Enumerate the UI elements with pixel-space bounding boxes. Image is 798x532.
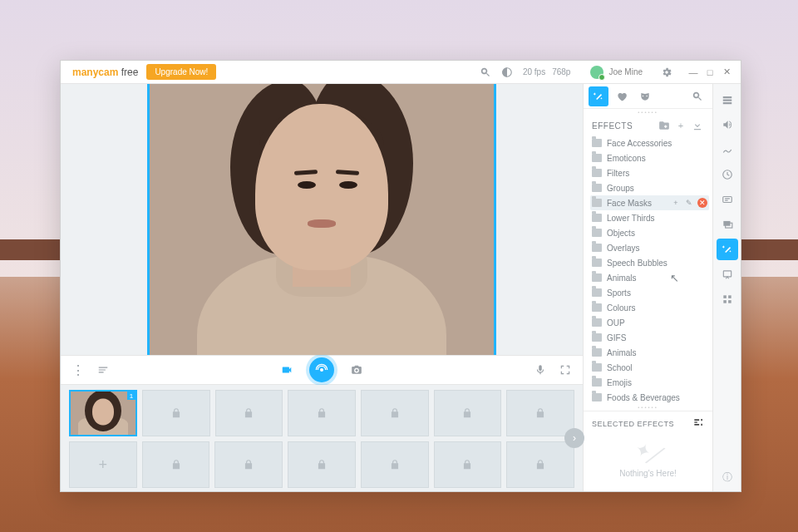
rail-draw-icon[interactable] <box>717 139 738 160</box>
rail-info-icon[interactable]: ⓘ <box>717 466 738 488</box>
add-effect-icon[interactable]: + <box>674 119 687 132</box>
effects-item[interactable]: Sports <box>590 285 709 300</box>
rail-presets-icon[interactable] <box>717 89 738 111</box>
resolution-readout: 768p <box>552 67 570 76</box>
effects-item[interactable]: Groups <box>590 180 709 195</box>
username: Joe Mine <box>608 67 643 76</box>
folder-icon <box>592 259 602 267</box>
layers-icon[interactable] <box>94 361 112 379</box>
effects-item[interactable]: OUP <box>590 315 709 330</box>
selected-effects-heading: SELECTED EFFECTS <box>592 420 674 428</box>
folder-icon <box>592 393 602 401</box>
brightness-icon[interactable] <box>498 63 516 81</box>
folder-icon <box>592 273 602 282</box>
slot-locked[interactable] <box>214 441 283 488</box>
slots-next-button[interactable]: › <box>564 428 584 448</box>
effects-item[interactable]: Colours <box>590 300 709 315</box>
close-button[interactable]: ✕ <box>721 66 732 78</box>
slot-locked[interactable] <box>288 441 356 488</box>
user-area[interactable]: Joe Mine <box>590 66 643 79</box>
slot-add[interactable]: + <box>69 441 137 488</box>
slot-locked[interactable] <box>361 441 429 488</box>
download-effect-icon[interactable] <box>691 119 704 132</box>
slot-locked[interactable] <box>142 390 210 436</box>
broadcast-button[interactable] <box>309 357 334 382</box>
effects-item[interactable]: Overlays <box>590 240 709 255</box>
effects-item[interactable]: Speech Bubbles <box>590 255 709 270</box>
item-edit-icon[interactable]: ✎ <box>684 198 694 208</box>
brand-name: manycam <box>72 66 118 78</box>
effects-item-label: Foods & Beverages <box>607 393 680 402</box>
tab-favorites[interactable] <box>612 86 632 106</box>
cursor-icon: ↖ <box>670 272 679 284</box>
source-slots: 1 + › <box>61 385 583 491</box>
item-add-icon[interactable]: + <box>671 198 681 208</box>
rail-effects-icon[interactable] <box>717 239 738 260</box>
effects-item-label: Emojis <box>607 378 632 387</box>
slot-locked[interactable] <box>142 441 210 488</box>
slot-1[interactable]: 1 <box>69 390 137 436</box>
folder-icon <box>592 333 602 342</box>
effects-item[interactable]: Filters <box>590 165 709 180</box>
more-icon[interactable]: ⋮ <box>69 361 87 379</box>
rail-whiteboard-icon[interactable] <box>717 264 738 285</box>
effects-item-label: Speech Bubbles <box>607 259 667 268</box>
app-window: manycam free Upgrade Now! 20 fps 768p Jo… <box>60 60 741 492</box>
slot-locked[interactable] <box>215 390 283 436</box>
effects-item-label: Colours <box>607 303 635 313</box>
rail-apps-icon[interactable] <box>717 288 738 310</box>
slot-badge: 1 <box>127 392 135 400</box>
upgrade-button[interactable]: Upgrade Now! <box>146 64 216 80</box>
folder-icon <box>592 303 602 312</box>
effects-item-label: School <box>607 363 633 372</box>
mic-icon[interactable] <box>531 361 549 379</box>
effects-item[interactable]: GIFS <box>590 330 709 345</box>
tab-wand[interactable] <box>589 86 608 106</box>
slot-locked[interactable] <box>506 441 574 488</box>
video-canvas[interactable] <box>147 84 496 355</box>
fullscreen-icon[interactable] <box>556 361 574 379</box>
effects-item[interactable]: Emojis <box>590 375 709 390</box>
panel-grip[interactable]: •••••• <box>584 109 712 116</box>
effects-item[interactable]: Animals <box>590 345 709 360</box>
maximize-button[interactable]: □ <box>704 66 716 78</box>
effects-item[interactable]: Face Accessories <box>590 135 709 150</box>
rail-overlay-icon[interactable] <box>717 214 738 235</box>
effects-list[interactable]: Face AccessoriesEmoticonsFiltersGroupsFa… <box>584 135 712 404</box>
slot-locked[interactable] <box>288 390 356 436</box>
effects-item[interactable]: Face Masks+✎✕ <box>590 195 709 210</box>
selected-effects-settings-icon[interactable] <box>692 416 704 431</box>
rail-time-icon[interactable] <box>717 164 738 185</box>
slot-locked[interactable] <box>361 390 429 436</box>
effects-item-label: Objects <box>607 229 635 238</box>
effects-item[interactable]: Lower Thirds <box>590 210 709 225</box>
snapshot-icon[interactable] <box>347 361 366 379</box>
effects-item-label: GIFS <box>607 333 626 342</box>
right-rail: ⓘ <box>712 84 741 491</box>
video-icon[interactable] <box>278 361 296 379</box>
folder-icon <box>592 229 602 237</box>
tab-masks[interactable] <box>635 86 655 106</box>
effects-tabs <box>584 84 712 109</box>
effects-item[interactable]: Objects <box>590 225 709 240</box>
rail-audio-icon[interactable] <box>717 114 738 135</box>
rail-text-icon[interactable] <box>717 189 738 210</box>
slot-locked[interactable] <box>506 390 574 436</box>
slot-locked[interactable] <box>434 441 502 488</box>
empty-text: Nothing's Here! <box>619 469 677 478</box>
effects-item[interactable]: Animals↖ <box>590 270 709 285</box>
minimize-button[interactable]: — <box>687 66 699 78</box>
effects-item-label: Face Masks <box>607 199 652 208</box>
effects-item[interactable]: School <box>590 360 709 375</box>
settings-icon[interactable] <box>658 63 676 81</box>
new-folder-icon[interactable] <box>658 119 671 132</box>
item-delete-icon[interactable]: ✕ <box>697 198 707 208</box>
avatar <box>590 66 603 79</box>
effects-item[interactable]: Emoticons <box>590 150 709 165</box>
effects-item[interactable]: Foods & Beverages <box>590 390 709 404</box>
window-controls: — □ ✕ <box>687 66 732 78</box>
panel-grip[interactable]: •••••• <box>584 404 712 411</box>
search-icon[interactable] <box>476 63 495 81</box>
effects-search-icon[interactable] <box>687 86 707 106</box>
slot-locked[interactable] <box>434 390 502 436</box>
